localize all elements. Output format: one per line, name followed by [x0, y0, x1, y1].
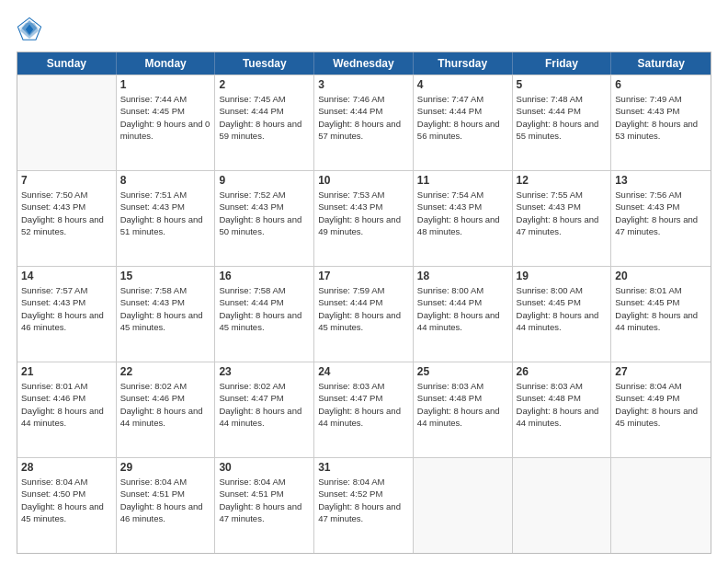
day-number: 24 [318, 365, 409, 378]
day-number: 31 [318, 461, 409, 474]
day-number: 25 [417, 365, 508, 378]
day-info: Sunrise: 8:04 AMSunset: 4:51 PMDaylight:… [219, 476, 310, 524]
day-cell-4: 4 Sunrise: 7:47 AMSunset: 4:44 PMDayligh… [414, 75, 513, 170]
day-number: 8 [120, 174, 211, 187]
day-cell-8: 8 Sunrise: 7:51 AMSunset: 4:43 PMDayligh… [117, 171, 216, 266]
day-cell-31: 31 Sunrise: 8:04 AMSunset: 4:52 PMDaylig… [314, 458, 414, 553]
day-info: Sunrise: 7:57 AMSunset: 4:43 PMDaylight:… [21, 284, 112, 333]
day-cell-1: 1 Sunrise: 7:44 AMSunset: 4:45 PMDayligh… [117, 75, 216, 170]
calendar-row-2: 14 Sunrise: 7:57 AMSunset: 4:43 PMDaylig… [17, 266, 711, 362]
day-info: Sunrise: 7:54 AMSunset: 4:43 PMDaylight:… [417, 189, 508, 237]
weekday-header-saturday: Saturday [611, 52, 711, 75]
calendar-body: 1 Sunrise: 7:44 AMSunset: 4:45 PMDayligh… [17, 75, 711, 553]
empty-cell-0-0 [17, 75, 117, 170]
header [17, 17, 711, 42]
day-cell-16: 16 Sunrise: 7:58 AMSunset: 4:44 PMDaylig… [215, 267, 314, 362]
day-cell-14: 14 Sunrise: 7:57 AMSunset: 4:43 PMDaylig… [17, 267, 117, 362]
calendar: SundayMondayTuesdayWednesdayThursdayFrid… [17, 52, 711, 554]
day-number: 26 [517, 365, 608, 378]
day-cell-22: 22 Sunrise: 8:02 AMSunset: 4:46 PMDaylig… [117, 362, 216, 457]
day-cell-2: 2 Sunrise: 7:45 AMSunset: 4:44 PMDayligh… [215, 75, 314, 170]
day-number: 11 [417, 174, 508, 187]
day-info: Sunrise: 8:04 AMSunset: 4:51 PMDaylight:… [120, 476, 211, 524]
day-number: 13 [615, 174, 707, 187]
day-number: 29 [120, 461, 211, 474]
empty-cell-4-5 [513, 458, 612, 553]
empty-cell-4-4 [414, 458, 513, 553]
day-info: Sunrise: 7:45 AMSunset: 4:44 PMDaylight:… [219, 93, 310, 142]
day-number: 20 [615, 270, 707, 282]
day-number: 28 [21, 461, 112, 474]
day-cell-13: 13 Sunrise: 7:56 AMSunset: 4:43 PMDaylig… [611, 171, 711, 266]
day-info: Sunrise: 8:02 AMSunset: 4:46 PMDaylight:… [120, 380, 211, 429]
calendar-header: SundayMondayTuesdayWednesdayThursdayFrid… [17, 52, 711, 75]
day-number: 18 [417, 270, 508, 282]
weekday-header-monday: Monday [117, 52, 216, 75]
day-cell-10: 10 Sunrise: 7:53 AMSunset: 4:43 PMDaylig… [314, 171, 414, 266]
day-number: 5 [517, 78, 608, 91]
day-number: 1 [120, 78, 211, 91]
day-info: Sunrise: 8:02 AMSunset: 4:47 PMDaylight:… [219, 380, 310, 429]
day-cell-26: 26 Sunrise: 8:03 AMSunset: 4:48 PMDaylig… [513, 362, 612, 457]
day-number: 30 [219, 461, 310, 474]
day-info: Sunrise: 8:04 AMSunset: 4:49 PMDaylight:… [615, 380, 707, 429]
weekday-header-wednesday: Wednesday [314, 52, 414, 75]
day-number: 16 [219, 270, 310, 282]
day-number: 14 [21, 270, 112, 282]
day-cell-20: 20 Sunrise: 8:01 AMSunset: 4:45 PMDaylig… [611, 267, 711, 362]
day-cell-11: 11 Sunrise: 7:54 AMSunset: 4:43 PMDaylig… [414, 171, 513, 266]
day-info: Sunrise: 7:59 AMSunset: 4:44 PMDaylight:… [318, 284, 409, 333]
calendar-row-3: 21 Sunrise: 8:01 AMSunset: 4:46 PMDaylig… [17, 362, 711, 457]
day-info: Sunrise: 8:00 AMSunset: 4:44 PMDaylight:… [417, 284, 508, 333]
day-number: 15 [120, 270, 211, 282]
day-number: 23 [219, 365, 310, 378]
day-info: Sunrise: 7:51 AMSunset: 4:43 PMDaylight:… [120, 189, 211, 237]
day-number: 17 [318, 270, 409, 282]
day-number: 27 [615, 365, 707, 378]
day-cell-6: 6 Sunrise: 7:49 AMSunset: 4:43 PMDayligh… [611, 75, 711, 170]
day-cell-28: 28 Sunrise: 8:04 AMSunset: 4:50 PMDaylig… [17, 458, 117, 553]
day-info: Sunrise: 8:00 AMSunset: 4:45 PMDaylight:… [517, 284, 608, 333]
calendar-row-4: 28 Sunrise: 8:04 AMSunset: 4:50 PMDaylig… [17, 457, 711, 553]
empty-cell-4-6 [611, 458, 711, 553]
day-number: 9 [219, 174, 310, 187]
day-info: Sunrise: 7:48 AMSunset: 4:44 PMDaylight:… [517, 93, 608, 142]
day-cell-27: 27 Sunrise: 8:04 AMSunset: 4:49 PMDaylig… [611, 362, 711, 457]
day-number: 19 [517, 270, 608, 282]
logo [17, 17, 44, 42]
day-cell-17: 17 Sunrise: 7:59 AMSunset: 4:44 PMDaylig… [314, 267, 414, 362]
day-cell-30: 30 Sunrise: 8:04 AMSunset: 4:51 PMDaylig… [215, 458, 314, 553]
calendar-row-0: 1 Sunrise: 7:44 AMSunset: 4:45 PMDayligh… [17, 75, 711, 170]
logo-icon [17, 17, 42, 42]
day-info: Sunrise: 8:03 AMSunset: 4:47 PMDaylight:… [318, 380, 409, 429]
day-cell-23: 23 Sunrise: 8:02 AMSunset: 4:47 PMDaylig… [215, 362, 314, 457]
day-number: 22 [120, 365, 211, 378]
day-info: Sunrise: 7:58 AMSunset: 4:44 PMDaylight:… [219, 284, 310, 333]
day-info: Sunrise: 8:04 AMSunset: 4:52 PMDaylight:… [318, 476, 409, 524]
day-info: Sunrise: 8:01 AMSunset: 4:45 PMDaylight:… [615, 284, 707, 333]
day-info: Sunrise: 7:56 AMSunset: 4:43 PMDaylight:… [615, 189, 707, 237]
day-info: Sunrise: 7:46 AMSunset: 4:44 PMDaylight:… [318, 93, 409, 142]
day-info: Sunrise: 8:04 AMSunset: 4:50 PMDaylight:… [21, 476, 112, 524]
day-number: 10 [318, 174, 409, 187]
day-number: 6 [615, 78, 707, 91]
day-cell-25: 25 Sunrise: 8:03 AMSunset: 4:48 PMDaylig… [414, 362, 513, 457]
day-cell-18: 18 Sunrise: 8:00 AMSunset: 4:44 PMDaylig… [414, 267, 513, 362]
weekday-header-friday: Friday [513, 52, 612, 75]
day-number: 12 [517, 174, 608, 187]
weekday-header-sunday: Sunday [17, 52, 117, 75]
day-cell-3: 3 Sunrise: 7:46 AMSunset: 4:44 PMDayligh… [314, 75, 414, 170]
day-cell-7: 7 Sunrise: 7:50 AMSunset: 4:43 PMDayligh… [17, 171, 117, 266]
day-info: Sunrise: 8:03 AMSunset: 4:48 PMDaylight:… [417, 380, 508, 429]
day-cell-5: 5 Sunrise: 7:48 AMSunset: 4:44 PMDayligh… [513, 75, 612, 170]
day-number: 21 [21, 365, 112, 378]
day-number: 3 [318, 78, 409, 91]
day-info: Sunrise: 7:44 AMSunset: 4:45 PMDaylight:… [120, 93, 211, 142]
day-cell-15: 15 Sunrise: 7:58 AMSunset: 4:43 PMDaylig… [117, 267, 216, 362]
weekday-header-thursday: Thursday [414, 52, 513, 75]
day-cell-21: 21 Sunrise: 8:01 AMSunset: 4:46 PMDaylig… [17, 362, 117, 457]
day-info: Sunrise: 7:47 AMSunset: 4:44 PMDaylight:… [417, 93, 508, 142]
day-cell-19: 19 Sunrise: 8:00 AMSunset: 4:45 PMDaylig… [513, 267, 612, 362]
day-number: 2 [219, 78, 310, 91]
day-cell-12: 12 Sunrise: 7:55 AMSunset: 4:43 PMDaylig… [513, 171, 612, 266]
